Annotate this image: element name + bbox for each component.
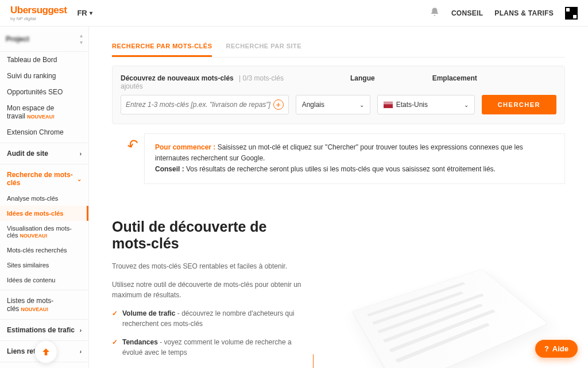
chevron-down-icon: ▾ xyxy=(90,10,92,16)
language-selector[interactable]: FR ▾ xyxy=(77,9,92,17)
sidebar-labs[interactable]: LabsNOUVEAU!› xyxy=(0,365,88,368)
location-label: Emplacement xyxy=(432,74,477,90)
language-label: Langue xyxy=(350,74,375,90)
bell-icon[interactable] xyxy=(430,7,440,19)
chevron-down-icon: ⌄ xyxy=(77,176,82,182)
tabs: RECHERCHE PAR MOTS-CLÉS RECHERCHE PAR SI… xyxy=(112,37,565,57)
search-button[interactable]: CHERCHER xyxy=(482,95,556,114)
tab-by-site[interactable]: RECHERCHE PAR SITE xyxy=(226,37,301,57)
arrow-icon: ↶ xyxy=(124,133,142,158)
feature-volume: ✓Volume de trafic - découvrez le nombre … xyxy=(112,308,307,329)
topbar: Ubersuggest by NP digital FR ▾ CONSEIL P… xyxy=(0,0,588,26)
tip-advice-text: Vos résultats de recherche seront plus u… xyxy=(184,165,496,173)
check-icon: ✓ xyxy=(112,337,118,358)
sidebar-dashboard[interactable]: Tableau de Bord xyxy=(0,52,88,68)
discover-section: Outil de découverte de mots-clés Trouvez… xyxy=(112,218,565,368)
chevron-down-icon: ⌄ xyxy=(359,102,364,108)
partner-logo[interactable] xyxy=(565,7,578,20)
feature-difficulty: ✓Difficulté - trouvez des mots-clés vous… xyxy=(112,366,307,368)
search-panel: Découvrez de nouveaux mots-clés | 0/3 mo… xyxy=(112,66,565,124)
sidebar-traffic-est[interactable]: Estimations de trafic› xyxy=(0,322,88,338)
sidebar-seo-opportunities[interactable]: Opportunités SEO xyxy=(0,84,88,100)
location-select[interactable]: Etats-Unis ⌄ xyxy=(377,95,475,114)
nav-conseil[interactable]: CONSEIL xyxy=(451,9,483,17)
help-icon: ? xyxy=(544,344,549,353)
location-select-value: Etats-Unis xyxy=(396,101,428,109)
chevron-updown-icon: ▴▾ xyxy=(80,32,83,45)
sidebar-audit[interactable]: Audit de site› xyxy=(0,145,88,162)
nav-plans[interactable]: PLANS & TARIFS xyxy=(494,9,554,17)
logo-subtext: by NP digital xyxy=(10,16,67,21)
flag-icon xyxy=(384,102,393,108)
tip-start-label: Pour commencer : xyxy=(155,143,215,151)
arrow-up-icon xyxy=(41,347,51,357)
chevron-right-icon: › xyxy=(80,151,82,157)
chevron-right-icon: › xyxy=(80,327,82,334)
badge-new: NOUVEAU! xyxy=(27,114,55,120)
sidebar-keyword-research[interactable]: Recherche de mots-clés⌄ xyxy=(0,167,88,191)
project-name: Project xyxy=(6,35,80,43)
check-icon: ✓ xyxy=(112,308,118,329)
arrow-icon xyxy=(313,354,330,368)
feature-trends: ✓Tendances - voyez comment le volume de … xyxy=(112,337,307,358)
sidebar-workspace[interactable]: Mon espace de travailNOUVEAU! xyxy=(0,100,88,124)
language-select-value: Anglais xyxy=(302,101,324,109)
help-button[interactable]: ? Aide xyxy=(535,340,578,358)
sidebar-analyze-keywords[interactable]: Analyse mots-clés xyxy=(0,191,88,206)
illustration-image xyxy=(351,269,548,368)
chevron-right-icon: › xyxy=(80,348,82,355)
logo-text: Ubersuggest xyxy=(10,5,67,16)
keyword-input[interactable] xyxy=(126,101,273,109)
sidebar-keyword-viz[interactable]: Visualisation des mots-clésNOUVEAU! xyxy=(0,221,88,243)
discover-label: Découvrez de nouveaux mots-clés | 0/3 mo… xyxy=(121,74,293,90)
add-keyword-button[interactable]: + xyxy=(273,99,284,110)
tip-advice-label: Conseil : xyxy=(155,165,184,173)
language-value: FR xyxy=(77,9,87,17)
logo[interactable]: Ubersuggest by NP digital xyxy=(10,5,67,21)
sidebar-ranking[interactable]: Suivi du ranking xyxy=(0,68,88,84)
tab-by-keyword[interactable]: RECHERCHE PAR MOTS-CLÉS xyxy=(112,37,212,57)
sidebar-content-ideas[interactable]: Idées de contenu xyxy=(0,273,88,288)
chevron-down-icon: ⌄ xyxy=(464,102,469,108)
discover-illustration: Find profitable SEO keywords that are ea… xyxy=(330,218,565,368)
feature-list: ✓Volume de trafic - découvrez le nombre … xyxy=(112,308,307,368)
sidebar-similar-sites[interactable]: Sites similaires xyxy=(0,258,88,273)
tip-panel: ↶ Pour commencer : Saisissez un mot-clé … xyxy=(144,133,565,184)
sidebar-extension[interactable]: Extension Chrome xyxy=(0,124,88,140)
discover-p1: Trouvez des mots-clés SEO rentables et f… xyxy=(112,261,307,271)
language-select[interactable]: Anglais ⌄ xyxy=(296,95,370,114)
content: RECHERCHE PAR MOTS-CLÉS RECHERCHE PAR SI… xyxy=(89,26,588,368)
sidebar-keywords-searched[interactable]: Mots-clés recherchés xyxy=(0,243,88,258)
discover-title: Outil de découverte de mots-clés xyxy=(112,218,307,252)
scroll-up-button[interactable] xyxy=(34,340,57,363)
sidebar-keyword-ideas[interactable]: Idées de mots-clés xyxy=(0,206,88,221)
sidebar: Project ▴▾ Tableau de Bord Suivi du rank… xyxy=(0,26,89,368)
badge-new: NOUVEAU! xyxy=(21,306,48,312)
badge-new: NOUVEAU! xyxy=(20,233,48,239)
check-icon: ✓ xyxy=(112,366,118,368)
sidebar-keyword-lists[interactable]: Listes de mots-clésNOUVEAU! xyxy=(0,293,88,317)
keyword-input-wrap[interactable]: + xyxy=(121,95,289,114)
project-selector[interactable]: Project ▴▾ xyxy=(0,26,88,52)
discover-p2: Utilisez notre outil de découverte de mo… xyxy=(112,279,307,300)
help-label: Aide xyxy=(552,344,568,353)
